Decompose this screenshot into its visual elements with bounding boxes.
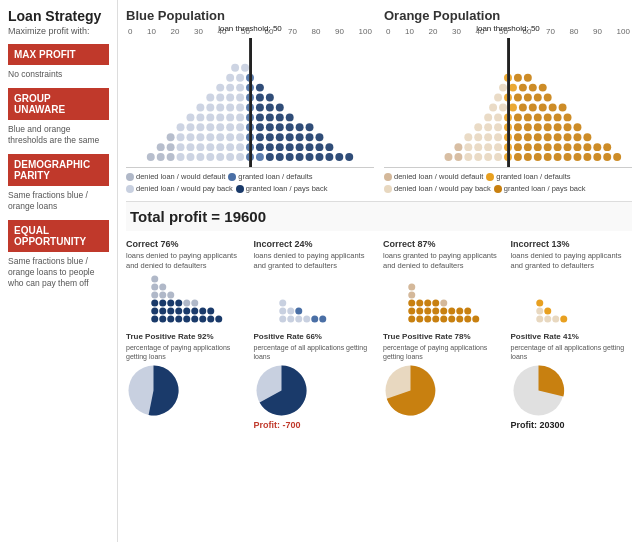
blue-incorrect-title: Incorrect 24%: [254, 239, 376, 249]
blue-true-positive-desc: percentage of paying applications gettin…: [126, 343, 248, 361]
blue-positive-rate-block: Positive Rate 66% percentage of all appl…: [254, 332, 376, 430]
svg-point-32: [266, 143, 274, 151]
svg-point-185: [524, 94, 532, 102]
svg-point-234: [295, 307, 302, 314]
svg-point-26: [206, 143, 214, 151]
orange-population-section: Orange Population 0102030405060708090100…: [384, 8, 632, 193]
svg-point-79: [286, 113, 294, 121]
svg-point-146: [514, 133, 522, 141]
svg-point-19: [335, 153, 343, 161]
svg-point-170: [534, 113, 542, 121]
svg-point-174: [489, 103, 497, 111]
svg-point-12: [266, 153, 274, 161]
blue-positive-rate-title: Positive Rate 66%: [254, 332, 322, 341]
svg-point-231: [319, 315, 326, 322]
orange-threshold-line: loan threshold: 50: [508, 38, 510, 167]
svg-point-14: [286, 153, 294, 161]
svg-point-78: [276, 113, 284, 121]
blue-legend-1: denied loan / would default: [126, 172, 225, 181]
blue-incorrect-chart: [254, 271, 376, 326]
svg-point-138: [583, 143, 591, 151]
svg-point-65: [276, 123, 284, 131]
orange-legend-4: granted loan / pays back: [494, 184, 586, 193]
orange-true-positive-pie: [383, 363, 438, 418]
svg-point-194: [514, 74, 522, 82]
svg-point-112: [494, 153, 502, 161]
blue-population-section: Blue Population 0102030405060708090100 l…: [126, 8, 374, 193]
blue-legend-dot-1: [126, 173, 134, 181]
svg-point-2: [167, 153, 175, 161]
svg-point-169: [524, 113, 532, 121]
svg-point-100: [256, 84, 264, 92]
svg-point-245: [464, 315, 471, 322]
svg-point-68: [306, 123, 314, 131]
svg-point-63: [256, 123, 264, 131]
svg-point-18: [325, 153, 333, 161]
orange-legend-dot-1: [384, 173, 392, 181]
blue-population-title: Blue Population: [126, 8, 374, 23]
svg-point-67: [296, 123, 304, 131]
svg-point-31: [256, 143, 264, 151]
group-unaware-button[interactable]: GROUP UNAWARE: [8, 88, 109, 120]
svg-point-233: [287, 307, 294, 314]
svg-point-134: [544, 143, 552, 151]
equal-opportunity-button[interactable]: EQUAL OPPORTUNITY: [8, 220, 109, 252]
svg-point-159: [524, 123, 532, 131]
svg-point-13: [276, 153, 284, 161]
orange-incorrect-chart: [511, 271, 633, 326]
svg-point-46: [236, 133, 244, 141]
svg-point-156: [494, 123, 502, 131]
max-profit-desc: No constraints: [8, 69, 109, 80]
svg-point-259: [440, 299, 447, 306]
svg-point-54: [315, 133, 323, 141]
svg-point-124: [613, 153, 621, 161]
svg-point-43: [206, 133, 214, 141]
orange-positive-rate-block: Positive Rate 41% percentage of all appl…: [511, 332, 633, 430]
svg-point-82: [216, 103, 224, 111]
svg-point-209: [175, 307, 182, 314]
svg-point-199: [167, 315, 174, 322]
svg-point-268: [536, 299, 543, 306]
svg-point-235: [279, 299, 286, 306]
svg-point-114: [514, 153, 522, 161]
svg-point-224: [159, 283, 166, 290]
svg-point-177: [519, 103, 527, 111]
svg-point-202: [191, 315, 198, 322]
svg-point-131: [514, 143, 522, 151]
svg-point-184: [514, 94, 522, 102]
svg-point-25: [196, 143, 204, 151]
svg-point-52: [296, 133, 304, 141]
svg-point-17: [315, 153, 323, 161]
svg-point-55: [177, 123, 185, 131]
svg-point-69: [186, 113, 194, 121]
content-area: Blue Population 0102030405060708090100 l…: [118, 0, 640, 542]
svg-point-253: [456, 307, 463, 314]
svg-point-150: [554, 133, 562, 141]
svg-point-252: [448, 307, 455, 314]
svg-point-192: [539, 84, 547, 92]
svg-point-95: [266, 94, 274, 102]
orange-legend-dot-3: [384, 185, 392, 193]
svg-point-152: [573, 133, 581, 141]
svg-point-197: [151, 315, 158, 322]
svg-point-207: [159, 307, 166, 314]
svg-point-116: [534, 153, 542, 161]
blue-metrics-row: Correct 76% loans denied to paying appli…: [126, 239, 375, 328]
max-profit-button[interactable]: MAX PROFIT: [8, 44, 109, 65]
orange-population-title: Orange Population: [384, 8, 632, 23]
svg-point-221: [159, 291, 166, 298]
orange-legend-dot-4: [494, 185, 502, 193]
svg-point-110: [474, 153, 482, 161]
svg-point-141: [464, 133, 472, 141]
svg-point-212: [199, 307, 206, 314]
svg-point-203: [199, 315, 206, 322]
svg-point-171: [544, 113, 552, 121]
svg-point-105: [241, 64, 249, 72]
svg-point-115: [524, 153, 532, 161]
demographic-parity-button[interactable]: DEMOGRAPHIC PARITY: [8, 154, 109, 186]
blue-true-positive-pie: [126, 363, 181, 418]
orange-true-positive-block: True Positive Rate 78% percentage of pay…: [383, 332, 505, 430]
svg-point-90: [216, 94, 224, 102]
svg-point-265: [560, 315, 567, 322]
svg-point-5: [196, 153, 204, 161]
